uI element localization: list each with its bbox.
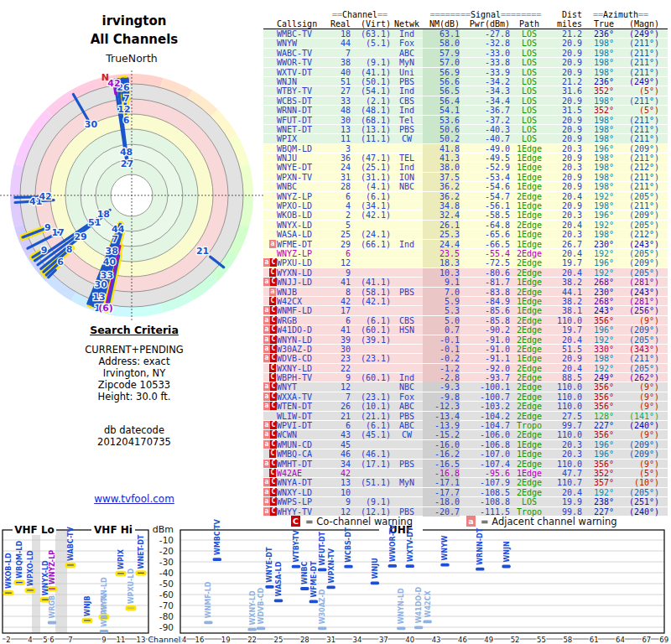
search-criteria: Search Criteria CURRENT+PENDING Address:…	[8, 324, 260, 448]
svg-text:9: 9	[44, 222, 51, 233]
co-channel-warning-badge: C	[269, 364, 276, 372]
svg-text:W42CX: W42CX	[424, 590, 432, 618]
svg-text:WNJB: WNJB	[84, 595, 91, 616]
table-row: WRNN-DT 48 (48.1) Ind 54.1 -36.7 LOS 31.…	[263, 106, 668, 115]
table-row: C WXNY-LD 22 -1.2 -92.0 2Edge 20.4 192° …	[263, 364, 668, 373]
svg-text:9: 9	[41, 245, 48, 256]
co-channel-warning-badge: C	[270, 345, 277, 353]
co-channel-warning-badge: C	[270, 430, 277, 439]
adjacent-warning-badge: a	[263, 460, 270, 468]
svg-text:WNYE-DT: WNYE-DT	[267, 547, 274, 583]
svg-text:WXNY-LD: WXNY-LD	[249, 590, 257, 626]
table-row: C W42CX 42 (42.1) 5.9 -84.9 1Edge 38.2 2…	[263, 297, 668, 306]
svg-text:43: 43	[432, 636, 441, 644]
svg-text:4: 4	[28, 636, 32, 644]
svg-text:40: 40	[405, 636, 414, 644]
table-row: WTBY-TV 27 (54.1) Ind 56.5 -34.3 LOS 31.…	[263, 86, 668, 96]
svg-text:69: 69	[659, 636, 668, 644]
svg-text:-70: -70	[159, 600, 174, 610]
svg-text:-90: -90	[159, 622, 174, 632]
svg-text:WPXN-TV: WPXN-TV	[328, 548, 336, 583]
table-row: aC W30AZ-D 30 -0.1 -91.0 2Edge 51.5 330°…	[263, 345, 668, 354]
svg-text:WRNN-DT: WRNN-DT	[476, 527, 484, 564]
db-datecode-value: 201204170735	[8, 436, 260, 448]
co-channel-warning-badge: C	[269, 268, 276, 277]
table-row: a WFME-DT 29 (66.1) Ind 24.4 -66.5 1Edge…	[263, 240, 668, 249]
svg-text:-50: -50	[159, 579, 174, 589]
table-row: aC WNYT 12 NBC -9.3 -100.1 2Edge 110.0 3…	[263, 382, 668, 392]
svg-text:WXTV-DT: WXTV-DT	[407, 527, 414, 562]
svg-text:42: 42	[39, 191, 51, 202]
table-row: WASA-LD 25 (24.1) 25.3 -65.6 1Edge 20.3 …	[263, 230, 668, 239]
svg-text:12: 12	[117, 104, 130, 115]
svg-text:-40: -40	[159, 568, 174, 578]
co-channel-warning-badge: C	[270, 316, 277, 325]
svg-text:-20: -20	[159, 546, 174, 556]
svg-text:a: a	[468, 517, 473, 526]
svg-text:WMBC-TV: WMBC-TV	[214, 519, 221, 556]
svg-text:WNYN-LD: WNYN-LD	[398, 588, 405, 624]
svg-text:WRGB: WRGB	[49, 595, 56, 619]
adjacent-warning-badge: a	[269, 288, 276, 296]
svg-text:46: 46	[458, 636, 467, 644]
table-row: WWOR-TV 38 (9.1) MyN 57.0 -33.8 LOS 20.9…	[263, 58, 668, 67]
table-row: WBQM-LD 3 41.8 -49.0 1Edge 20.3 196° (20…	[263, 144, 668, 153]
svg-text:WFME-DT: WFME-DT	[310, 561, 318, 598]
svg-text:30: 30	[95, 279, 108, 290]
svg-text:VHF Lo: VHF Lo	[14, 524, 55, 536]
svg-text:6: 6	[49, 636, 54, 644]
co-channel-warning-badge: C	[270, 460, 277, 468]
table-header-groups: ==Channel== ========Signal======== Dist …	[263, 10, 668, 19]
svg-text:WABC-TV: WABC-TV	[67, 526, 75, 560]
criteria-height: Height: 30.0 ft.	[8, 391, 260, 402]
svg-text:64: 64	[616, 636, 625, 644]
table-row: WCBS-DT 33 (2.1) CBS 56.4 -34.4 LOS 20.9…	[263, 96, 668, 106]
table-row: WLIW-DT 21 (21.1) PBS -13.4 -104.2 2Edge…	[263, 412, 668, 421]
adjacent-warning-badge: a	[263, 497, 270, 506]
table-row: aC WXXA-TV 7 (23.1) Fox -9.8 -100.7 2Edg…	[263, 392, 668, 402]
table-row: aC WTEN-DT 26 (10.1) ABC -12.3 -103.2 2E…	[263, 402, 668, 411]
svg-text:25: 25	[274, 636, 283, 644]
svg-text:29: 29	[74, 231, 86, 242]
svg-text:13: 13	[92, 292, 105, 303]
table-row: C WBPH-TV 9 (60.1) Ind -2.8 -93.7 2Edge …	[263, 373, 668, 382]
svg-text:21: 21	[196, 246, 209, 257]
co-channel-warning-badge: C	[270, 402, 277, 410]
table-row: aC WPXU-LD 12 18.3 -72.5 2Edge 19.7 196°…	[263, 258, 668, 267]
table-row: aC WNYA-DT 13 (51.1) MyN -17.1 -107.9 2E…	[263, 478, 668, 487]
co-channel-warning-badge: C	[270, 478, 277, 486]
adjacent-warning-badge: a	[263, 345, 270, 353]
table-row: WNYX-LD 5 26.1 -64.8 2Edge 20.4 192° (20…	[263, 221, 668, 230]
table-row: WNYE-DT 24 (25.1) Ind 38.0 -52.9 1Edge 2…	[263, 163, 668, 172]
svg-text:W30AZ-D: W30AZ-D	[319, 589, 326, 624]
co-channel-warning-badge: C	[269, 449, 276, 458]
svg-text:WNET-DT: WNET-DT	[138, 534, 145, 569]
table-row: aC WRGB 6 (6.1) CBS 5.0 -85.8 2Edge 110.…	[263, 316, 668, 325]
table-header-cols: CallsignReal(Virt) NetwkNM(dB)Pwr(dBm) P…	[263, 19, 668, 29]
svg-text:-10: -10	[159, 535, 174, 545]
svg-text:WBQM-LD: WBQM-LD	[16, 541, 23, 579]
svg-text:27: 27	[121, 158, 133, 169]
adjacent-warning-badge: a	[269, 240, 276, 248]
svg-text:55: 55	[537, 636, 546, 644]
radar-plot: N274861272642304142185129817996447384033…	[0, 49, 268, 320]
co-channel-warning-badge: C	[270, 497, 277, 506]
svg-text:WNBC: WNBC	[301, 561, 309, 584]
table-row: WNET-DT 13 (13.1) PBS 50.6 -40.3 LOS 20.…	[263, 125, 668, 134]
svg-text:67: 67	[642, 636, 651, 644]
svg-text:6: 6	[123, 115, 130, 126]
co-channel-warning-badge: C	[270, 382, 277, 391]
footer-link-wrap: www.tvfool.com	[8, 493, 260, 505]
svg-text:7: 7	[68, 636, 72, 644]
co-channel-warning-badge: C	[270, 335, 277, 344]
co-channel-warning-badge: C	[270, 392, 277, 401]
svg-text:WDVB-CD: WDVB-CD	[257, 587, 265, 624]
svg-text:48: 48	[120, 147, 133, 158]
table-row: WNYZ-LP 6 (6.1) 36.2 -54.7 2Edge 20.4 19…	[263, 192, 668, 201]
tvfool-link[interactable]: www.tvfool.com	[94, 493, 174, 505]
svg-text:Channel: Channel	[148, 635, 180, 644]
svg-text:WYXN-LD: WYXN-LD	[101, 577, 108, 613]
page-subtitle: All Channels	[8, 32, 260, 47]
adjacent-warning-badge: a	[263, 478, 270, 486]
table-row: WNYW 44 (5.1) Fox 58.0 -32.8 LOS 20.9 19…	[263, 39, 668, 48]
